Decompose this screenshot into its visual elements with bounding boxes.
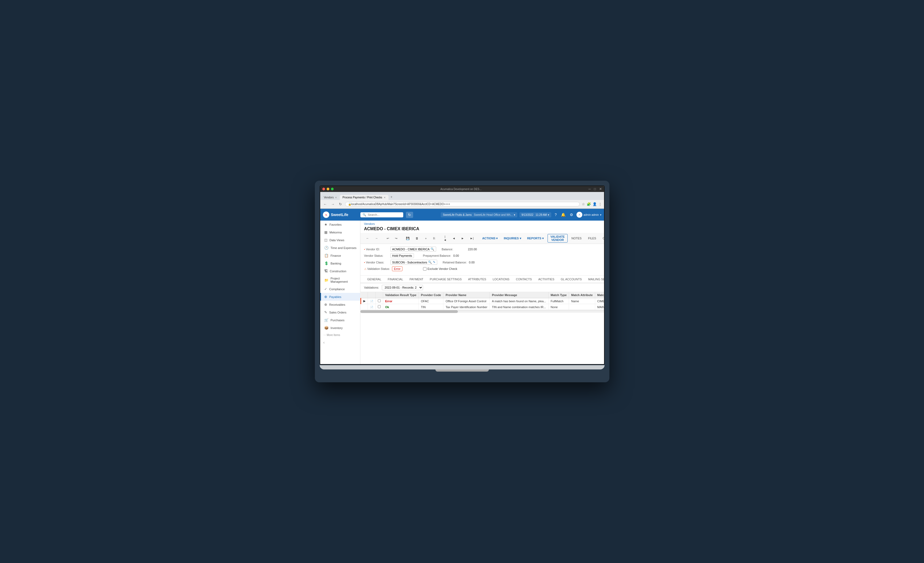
- actions-button[interactable]: ACTIONS ▾: [480, 236, 500, 241]
- row-1-checkbox[interactable]: [375, 298, 383, 304]
- tab-contacts[interactable]: CONTACTS: [513, 276, 535, 283]
- col-validation-result-type[interactable]: Validation Result Type: [383, 292, 419, 298]
- exclude-vendor-checkbox[interactable]: [423, 267, 426, 271]
- validate-vendor-button[interactable]: VALIDATE VENDOR: [548, 234, 568, 243]
- help-button[interactable]: ?: [554, 211, 558, 218]
- global-search[interactable]: 🔍: [360, 212, 403, 217]
- traffic-light-red[interactable]: [322, 188, 325, 190]
- company-selector[interactable]: SweetLife Fruits & Jams SweetLife Head O…: [441, 212, 517, 217]
- validations-select[interactable]: 2022-09-01 - Records: 2: [382, 285, 423, 290]
- add-tab-button[interactable]: +: [388, 194, 394, 200]
- sidebar-item-purchases[interactable]: 🛒 Purchases: [320, 316, 360, 324]
- tab-process-payments[interactable]: Process Payments / Print Checks ✕: [340, 195, 388, 200]
- sidebar-item-favorites[interactable]: ★ Favorites: [320, 221, 360, 228]
- col-provider-name[interactable]: Provider Name: [443, 292, 490, 298]
- back-record-button[interactable]: ←: [364, 236, 371, 241]
- traffic-light-yellow[interactable]: [327, 188, 329, 190]
- tab-vendors-close[interactable]: ✕: [335, 196, 337, 199]
- sidebar-item-construction[interactable]: 🏗 Construction: [320, 267, 360, 275]
- tab-attributes[interactable]: ATTRIBUTES: [465, 276, 489, 283]
- col-match-value[interactable]: Match Value: [595, 292, 604, 298]
- col-match-type[interactable]: Match Type: [548, 292, 569, 298]
- search-input[interactable]: [368, 213, 401, 216]
- col-match-attribute[interactable]: Match Attribute: [569, 292, 595, 298]
- vendor-id-input[interactable]: ACMEDO - CIMEX IBERICA 🔍: [390, 247, 436, 252]
- url-input[interactable]: 🔒 localhost/AcumaticaDBApHub/Main?Screen…: [345, 202, 580, 207]
- row-1-details-icon[interactable]: 📄: [368, 298, 375, 304]
- tab-process-payments-close[interactable]: ✕: [384, 196, 386, 199]
- files-button[interactable]: FILES: [586, 236, 598, 241]
- sidebar-item-data-views[interactable]: ◫ Data Views: [320, 236, 360, 244]
- sidebar-item-receivables[interactable]: ⊕ Receivables: [320, 301, 360, 308]
- row-2-checkbox[interactable]: [375, 304, 383, 310]
- sidebar-item-banking[interactable]: 💲 Banking: [320, 259, 360, 267]
- row-2-expand[interactable]: [361, 304, 368, 310]
- next-record-button[interactable]: ►: [459, 236, 466, 241]
- reload-button[interactable]: ↻: [338, 202, 343, 207]
- row-1-expand[interactable]: ▶: [361, 298, 368, 304]
- tab-payment[interactable]: PAYMENT: [406, 276, 427, 283]
- vendor-status-input[interactable]: Hold Payments: [390, 253, 414, 258]
- vendor-id-lookup-icon[interactable]: 🔍: [430, 247, 434, 251]
- notes-button[interactable]: NOTES: [569, 236, 584, 241]
- sidebar-more-items[interactable]: ⋯ More Items: [320, 332, 360, 338]
- tab-financial[interactable]: FINANCIAL: [384, 276, 406, 283]
- sidebar-item-payables[interactable]: ⊕ Payables: [320, 293, 360, 301]
- tab-gl-accounts[interactable]: GL ACCOUNTS: [558, 276, 585, 283]
- close-window-button[interactable]: ✕: [599, 187, 602, 191]
- reports-button[interactable]: REPORTS ▾: [525, 236, 546, 241]
- user-menu-button[interactable]: A admin admin ▾: [576, 212, 601, 218]
- tab-activities[interactable]: ACTIVITIES: [535, 276, 558, 283]
- insert-button[interactable]: ＋: [422, 235, 429, 241]
- redo-button[interactable]: ↪: [393, 236, 399, 241]
- tab-purchase-settings[interactable]: PURCHASE SETTINGS: [426, 276, 465, 283]
- forward-record-button[interactable]: →: [373, 236, 380, 241]
- notifications-button[interactable]: 🔔: [560, 211, 567, 218]
- tab-vendors[interactable]: Vendors ✕: [321, 195, 340, 200]
- refresh-button[interactable]: ↻: [406, 212, 413, 218]
- bookmark-icon[interactable]: ☆: [582, 202, 585, 206]
- forward-button[interactable]: →: [330, 202, 336, 207]
- minimize-button[interactable]: ─: [588, 187, 591, 191]
- col-provider-message[interactable]: Provider Message: [490, 292, 548, 298]
- back-button[interactable]: ←: [322, 202, 328, 207]
- sidebar-item-compliance[interactable]: ✓ Compliance: [320, 285, 360, 293]
- row-2-details-icon[interactable]: 📄: [368, 304, 375, 310]
- validation-status-input[interactable]: Error: [392, 267, 402, 271]
- last-record-button[interactable]: ►|: [468, 236, 476, 241]
- maximize-button[interactable]: □: [594, 187, 596, 191]
- exclude-vendor-check-group[interactable]: Exclude Vendor Check: [423, 267, 458, 271]
- tab-locations[interactable]: LOCATIONS: [489, 276, 513, 283]
- settings-icon[interactable]: ⋮: [598, 202, 602, 206]
- copy-button[interactable]: ⎘: [431, 236, 437, 241]
- undo-button[interactable]: ↩: [384, 236, 391, 241]
- scrollbar-thumb[interactable]: [360, 310, 458, 313]
- sidebar-item-finance[interactable]: 📋 Finance: [320, 252, 360, 259]
- traffic-light-green[interactable]: [331, 188, 334, 190]
- first-record-button[interactable]: |◄: [441, 234, 449, 243]
- sidebar-item-time-expenses[interactable]: 🕐 Time and Expenses: [320, 244, 360, 252]
- prev-record-button[interactable]: ◄: [450, 236, 458, 241]
- profile-icon[interactable]: 👤: [592, 202, 597, 206]
- delete-button[interactable]: 🗑: [413, 236, 421, 241]
- inquiries-button[interactable]: INQUIRIES ▾: [501, 236, 523, 241]
- breadcrumb[interactable]: Vendors: [360, 221, 604, 226]
- col-provider-code[interactable]: Provider Code: [419, 292, 443, 298]
- vendor-class-lookup-icon[interactable]: 🔍: [428, 261, 432, 264]
- tab-mailing-settings[interactable]: MAILING SETTINGS: [585, 276, 604, 283]
- tab-general[interactable]: GENERAL: [364, 276, 385, 283]
- save-button[interactable]: 💾: [404, 236, 412, 241]
- extension-icon[interactable]: 🧩: [586, 202, 591, 206]
- vendor-class-edit-icon[interactable]: ✎: [433, 261, 435, 264]
- datetime-display[interactable]: 9/13/2022 11:29 AM ▾: [519, 212, 552, 217]
- sidebar-item-mekorma[interactable]: ▦ Mekorma: [320, 228, 360, 236]
- col-row-ctrl-1: [368, 292, 375, 298]
- sidebar-item-project-management[interactable]: 📁 Project Management: [320, 275, 360, 285]
- horizontal-scrollbar[interactable]: [360, 310, 604, 313]
- customization-button[interactable]: CUSTOMIZATION: [600, 236, 604, 241]
- vendor-class-input[interactable]: SUBCON - Subcontractors 🔍 ✎: [390, 260, 438, 265]
- sidebar-collapse-button[interactable]: ‹: [320, 338, 360, 346]
- sidebar-item-inventory[interactable]: 📦 Inventory: [320, 324, 360, 332]
- settings-button[interactable]: ⚙: [569, 211, 574, 218]
- sidebar-item-sales-orders[interactable]: ✎ Sales Orders: [320, 308, 360, 316]
